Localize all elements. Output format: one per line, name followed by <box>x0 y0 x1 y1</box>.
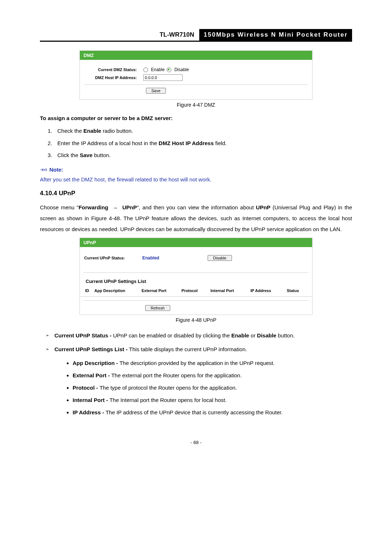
list-item: IP Address - The IP address of the UPnP … <box>73 407 352 418</box>
dmz-steps-list: Check the Enable radio button. Enter the… <box>54 126 352 160</box>
step-3: Click the Save button. <box>54 151 352 160</box>
upnp-status-label: Current UPnP Status: <box>84 256 142 260</box>
upnp-status-value: Enabled <box>142 255 208 260</box>
th-id: ID <box>80 288 94 293</box>
section-4-10-4-heading: 4.10.4 UPnP <box>40 190 352 197</box>
list-item: Protocol - The type of protocol the Rout… <box>73 382 352 393</box>
figure-447-caption: Figure 4-47 DMZ <box>40 102 352 108</box>
th-app-description: App Description <box>94 288 142 293</box>
step-2: Enter the IP Address of a local host in … <box>54 139 352 148</box>
upnp-panel: UPnP Current UPnP Status: Enabled Disabl… <box>79 238 313 315</box>
upnp-list-title: Current UPnP Settings List <box>80 276 312 287</box>
pointing-hand-icon <box>40 167 47 172</box>
dmz-disable-text: Disable <box>174 67 189 72</box>
th-status: Status <box>287 288 309 293</box>
dmz-host-input[interactable] <box>143 74 183 81</box>
list-item: Current UPnP Status - UPnP can be enable… <box>46 330 352 341</box>
upnp-paragraph: Choose menu "Forwarding → UPnP", and the… <box>40 202 352 235</box>
header-model: TL-WR710N <box>158 29 199 41</box>
arrow-icon: → <box>113 202 118 213</box>
dmz-enable-text: Enable <box>151 67 164 72</box>
dmz-disable-radio[interactable] <box>167 67 171 72</box>
upnp-disable-button[interactable]: Disable <box>208 255 232 261</box>
th-internal-port: Internal Port <box>211 288 250 293</box>
figure-448-caption: Figure 4-48 UPnP <box>40 317 352 323</box>
upnp-panel-title: UPnP <box>80 238 312 247</box>
th-ip-address: IP Address <box>250 288 287 293</box>
header-desc: 150Mbps Wireless N Mini Pocket Router <box>199 29 352 41</box>
note-heading: Note: <box>40 167 352 173</box>
divider <box>83 300 309 301</box>
dmz-assign-heading: To assign a computer or server to be a D… <box>40 115 352 121</box>
save-button[interactable]: Save <box>146 88 166 94</box>
list-item: External Port - The external port the Ro… <box>73 370 352 381</box>
list-item: Internal Port - The Internal port the Ro… <box>73 395 352 406</box>
page-number: - 68 - <box>40 440 352 445</box>
dmz-panel-title: DMZ <box>80 51 312 60</box>
step-1: Check the Enable radio button. <box>54 126 352 136</box>
doc-header: TL-WR710N 150Mbps Wireless N Mini Pocket… <box>40 29 352 42</box>
upnp-sub-list: App Description - The description provid… <box>73 358 352 418</box>
upnp-description-list: Current UPnP Status - UPnP can be enable… <box>46 330 352 418</box>
upnp-table-header: ID App Description External Port Protoco… <box>80 287 312 297</box>
list-item: Current UPnP Settings List - This table … <box>46 344 352 418</box>
dmz-status-label: Current DMZ Status: <box>84 67 143 72</box>
note-body: After you set the DMZ host, the firewall… <box>40 175 352 184</box>
dmz-panel: DMZ Current DMZ Status: Enable Disable D… <box>79 50 313 100</box>
dmz-enable-radio[interactable] <box>143 67 148 72</box>
divider <box>83 272 309 273</box>
list-item: App Description - The description provid… <box>73 358 352 369</box>
th-protocol: Protocol <box>181 288 211 293</box>
refresh-button[interactable]: Refresh <box>145 305 170 311</box>
dmz-host-label: DMZ Host IP Address: <box>84 75 143 80</box>
divider <box>84 85 308 85</box>
th-external-port: External Port <box>142 288 181 293</box>
